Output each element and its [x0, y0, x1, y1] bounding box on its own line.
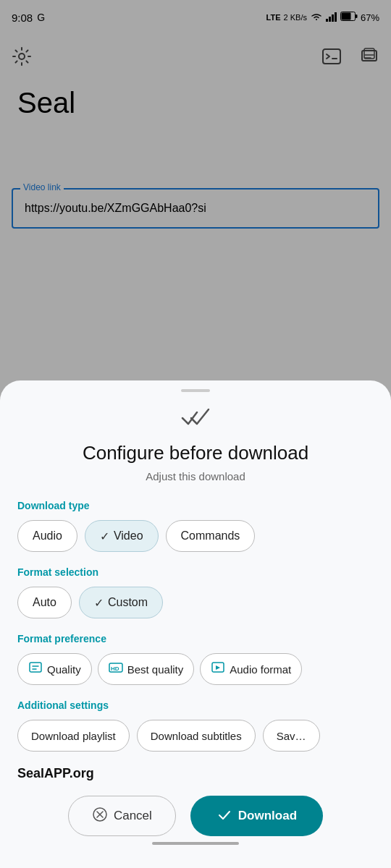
download-playlist-btn[interactable]: Download playlist	[17, 720, 130, 752]
audio-format-label: Audio format	[230, 663, 291, 676]
format-preference-group: Quality HD Best quality Audio format	[17, 653, 374, 685]
svg-text:HD: HD	[111, 665, 119, 672]
download-type-group: Audio ✓ Video Commands	[17, 520, 374, 552]
hq-icon: HD	[109, 660, 123, 678]
download-playlist-label: Download playlist	[31, 730, 116, 742]
commands-label: Commands	[181, 529, 240, 542]
download-check-icon	[216, 807, 232, 826]
format-selection-label: Format selection	[17, 566, 374, 578]
download-label: Download	[238, 809, 297, 823]
audio-format-icon	[211, 660, 225, 678]
save-btn[interactable]: Sav…	[263, 720, 320, 752]
format-custom[interactable]: ✓ Custom	[79, 587, 163, 618]
format-pref-best-quality[interactable]: HD Best quality	[98, 653, 195, 685]
format-auto[interactable]: Auto	[17, 587, 72, 618]
quality-label: Quality	[47, 663, 81, 676]
format-preference-label: Format preference	[17, 633, 374, 644]
cancel-button[interactable]: Cancel	[68, 796, 176, 836]
drag-handle[interactable]	[181, 389, 210, 392]
home-indicator	[152, 842, 239, 845]
action-buttons: Cancel Download	[17, 796, 374, 836]
save-label: Sav…	[277, 730, 306, 742]
audio-label: Audio	[33, 529, 62, 542]
custom-label: Custom	[108, 596, 148, 609]
custom-check-icon: ✓	[94, 596, 104, 610]
video-label: Video	[114, 529, 143, 542]
quality-icon	[28, 660, 43, 678]
sheet-subtitle: Adjust this download	[17, 470, 374, 482]
sheet-title: Configure before download	[17, 442, 374, 464]
download-type-commands[interactable]: Commands	[166, 520, 256, 552]
format-pref-quality[interactable]: Quality	[17, 653, 92, 685]
best-quality-label: Best quality	[127, 663, 184, 676]
double-check-icon	[17, 407, 374, 433]
additional-settings-label: Additional settings	[17, 699, 374, 711]
cancel-circle-icon	[92, 807, 108, 826]
video-check-icon: ✓	[100, 529, 109, 543]
auto-label: Auto	[33, 596, 56, 609]
format-selection-group: Auto ✓ Custom	[17, 587, 374, 618]
cancel-label: Cancel	[114, 809, 152, 823]
brand-text: SealAPP.org	[17, 766, 374, 781]
download-subtitles-label: Download subtitles	[151, 730, 242, 742]
additional-settings-group: Download playlist Download subtitles Sav…	[17, 720, 374, 752]
download-type-label: Download type	[17, 500, 374, 511]
download-button[interactable]: Download	[190, 796, 323, 836]
format-pref-audio-format[interactable]: Audio format	[200, 653, 302, 685]
svg-rect-11	[30, 663, 41, 672]
download-subtitles-btn[interactable]: Download subtitles	[137, 720, 256, 752]
download-type-audio[interactable]: Audio	[17, 520, 77, 552]
download-type-video[interactable]: ✓ Video	[85, 520, 159, 552]
bottom-sheet: Configure before download Adjust this do…	[0, 380, 391, 868]
